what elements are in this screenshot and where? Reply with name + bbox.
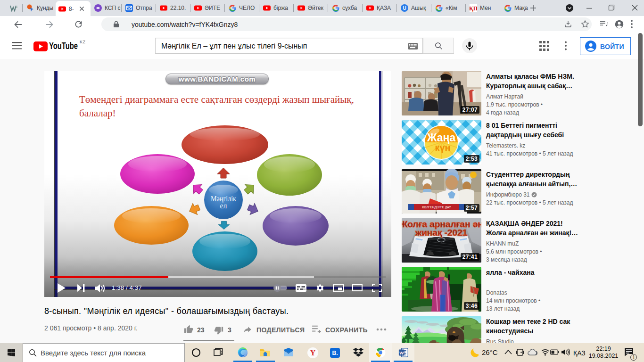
svg-text:U: U	[403, 6, 406, 11]
svg-text:ел: ел	[220, 202, 227, 210]
svg-text:W: W	[399, 350, 404, 355]
svg-text:YouTube: YouTube	[49, 41, 78, 51]
svg-text:Y: Y	[310, 349, 316, 357]
svg-text:күн: күн	[435, 142, 450, 153]
svg-text:B.: B.	[332, 350, 338, 356]
svg-text:жинақ -2021: жинақ -2021	[415, 228, 468, 238]
svg-text:КӨЛГЕНДЕРГЕ ДАУ: КӨЛГЕНДЕРГЕ ДАУ	[422, 206, 452, 209]
svg-text:ҚП: ҚП	[470, 5, 477, 12]
